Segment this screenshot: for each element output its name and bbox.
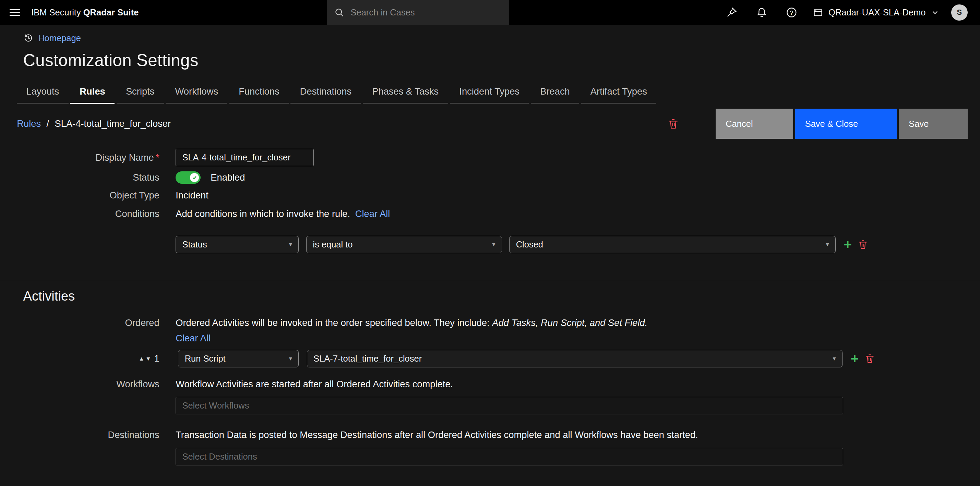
rule-breadcrumb: Rules / SLA-4-total_time_for_closer bbox=[17, 118, 171, 129]
reorder-control: ▲ ▼ 1 bbox=[0, 353, 159, 364]
workflows-row: Workflows Workflow Activities are starte… bbox=[0, 379, 980, 390]
activities-heading: Activities bbox=[23, 289, 980, 304]
delete-activity-button[interactable] bbox=[865, 354, 875, 364]
menu-button[interactable] bbox=[0, 0, 30, 25]
help-button[interactable]: ? bbox=[777, 0, 807, 25]
avatar[interactable]: S bbox=[951, 5, 967, 21]
display-name-input[interactable] bbox=[175, 149, 314, 166]
search-icon bbox=[334, 8, 344, 17]
chevron-down-icon: ▾ bbox=[492, 241, 495, 248]
tab-phases-tasks[interactable]: Phases & Tasks bbox=[363, 81, 448, 104]
app-title: IBM Security QRadar Suite bbox=[31, 8, 138, 17]
display-name-row: Display Name* bbox=[0, 149, 980, 166]
object-type-row: Object Type Incident bbox=[0, 190, 980, 201]
add-activity-button[interactable]: + bbox=[851, 353, 859, 365]
ordered-activity-row: ▲ ▼ 1 Run Script▾ SLA-7-total_time_for_c… bbox=[0, 350, 980, 367]
destinations-help: Transaction Data is posted to Message De… bbox=[175, 429, 698, 440]
chevron-down-icon: ▾ bbox=[289, 241, 292, 248]
tenant-selector[interactable]: QRadar-UAX-SLA-Demo bbox=[807, 0, 945, 25]
breadcrumb-separator: / bbox=[46, 118, 49, 129]
chevron-down-icon bbox=[931, 9, 939, 16]
avatar-initial: S bbox=[957, 8, 962, 17]
tab-functions[interactable]: Functions bbox=[229, 81, 289, 104]
pin-icon bbox=[726, 7, 737, 18]
search-input[interactable] bbox=[351, 8, 495, 17]
move-up-icon[interactable]: ▲ bbox=[138, 356, 144, 361]
delete-rule-button[interactable] bbox=[668, 118, 679, 130]
display-name-label: Display Name* bbox=[0, 152, 159, 163]
ordered-clear-all-link[interactable]: Clear All bbox=[175, 333, 210, 343]
cancel-button[interactable]: Cancel bbox=[716, 109, 793, 138]
required-asterisk: * bbox=[156, 152, 159, 163]
tab-rules[interactable]: Rules bbox=[70, 81, 115, 104]
chevron-down-icon: ▾ bbox=[833, 355, 836, 362]
tenant-name: QRadar-UAX-SLA-Demo bbox=[829, 8, 926, 17]
conditions-help: Add conditions in which to invoke the ru… bbox=[175, 208, 350, 219]
breadcrumb-homepage-link[interactable]: Homepage bbox=[38, 33, 81, 43]
select-destinations-input[interactable] bbox=[175, 448, 843, 465]
activity-script-dropdown[interactable]: SLA-7-total_time_for_closer▾ bbox=[307, 350, 843, 367]
rule-toolbar: Rules / SLA-4-total_time_for_closer Canc… bbox=[0, 109, 980, 138]
conditions-row: Conditions Add conditions in which to in… bbox=[0, 208, 980, 219]
destinations-label: Destinations bbox=[0, 429, 159, 440]
rules-link[interactable]: Rules bbox=[17, 118, 41, 129]
global-search[interactable] bbox=[327, 0, 509, 25]
status-row: Status Enabled bbox=[0, 172, 980, 184]
tab-scripts[interactable]: Scripts bbox=[116, 81, 164, 104]
add-condition-button[interactable]: + bbox=[844, 238, 852, 251]
object-type-label: Object Type bbox=[0, 190, 159, 201]
tab-breach[interactable]: Breach bbox=[531, 81, 579, 104]
status-value: Enabled bbox=[210, 172, 245, 183]
activity-index: 1 bbox=[154, 353, 159, 364]
ordered-help: Ordered Activities will be invoked in th… bbox=[175, 318, 648, 328]
brand-name: QRadar Suite bbox=[83, 8, 139, 17]
ordered-label: Ordered bbox=[0, 318, 159, 328]
workflows-help: Workflow Activities are started after al… bbox=[175, 379, 453, 390]
tab-workflows[interactable]: Workflows bbox=[165, 81, 228, 104]
section-divider bbox=[0, 281, 980, 281]
menu-icon bbox=[10, 7, 20, 18]
condition-operator-dropdown[interactable]: is equal to▾ bbox=[306, 236, 502, 253]
chevron-down-icon: ▾ bbox=[289, 355, 292, 362]
ordered-row: Ordered Ordered Activities will be invok… bbox=[0, 318, 980, 344]
tenant-icon bbox=[813, 8, 823, 17]
app-header: IBM Security QRadar Suite ? QR bbox=[0, 0, 980, 25]
condition-value-dropdown[interactable]: Closed▾ bbox=[509, 236, 835, 253]
status-toggle[interactable] bbox=[175, 172, 200, 184]
select-workflows-input[interactable] bbox=[175, 397, 843, 415]
condition-item-row: Status▾ is equal to▾ Closed▾ + bbox=[0, 236, 980, 253]
brand-prefix: IBM Security bbox=[31, 8, 81, 17]
status-label: Status bbox=[0, 172, 159, 183]
condition-field-dropdown[interactable]: Status▾ bbox=[175, 236, 299, 253]
page-title: Customization Settings bbox=[23, 50, 980, 70]
tab-layouts[interactable]: Layouts bbox=[17, 81, 68, 104]
toolbar-actions: Cancel Save & Close Save bbox=[668, 109, 968, 138]
tab-artifact-types[interactable]: Artifact Types bbox=[581, 81, 657, 104]
chevron-down-icon: ▾ bbox=[826, 241, 829, 248]
conditions-clear-all-link[interactable]: Clear All bbox=[355, 208, 390, 219]
svg-text:?: ? bbox=[790, 9, 794, 16]
delete-condition-button[interactable] bbox=[858, 240, 868, 249]
bell-icon bbox=[756, 7, 767, 18]
save-close-button[interactable]: Save & Close bbox=[795, 109, 897, 138]
pin-button[interactable] bbox=[717, 0, 746, 25]
destinations-select-row bbox=[0, 448, 980, 465]
history-icon bbox=[24, 33, 33, 43]
notifications-button[interactable] bbox=[746, 0, 776, 25]
workflows-select-row bbox=[0, 397, 980, 415]
activity-type-dropdown[interactable]: Run Script▾ bbox=[178, 350, 299, 367]
help-icon: ? bbox=[786, 7, 797, 18]
move-down-icon[interactable]: ▼ bbox=[145, 356, 151, 361]
header-actions: ? QRadar-UAX-SLA-Demo S bbox=[717, 0, 980, 25]
workflows-label: Workflows bbox=[0, 379, 159, 390]
breadcrumb: Homepage bbox=[24, 33, 980, 43]
tab-incident-types[interactable]: Incident Types bbox=[450, 81, 529, 104]
tab-destinations[interactable]: Destinations bbox=[290, 81, 361, 104]
settings-tabs: Layouts Rules Scripts Workflows Function… bbox=[17, 81, 980, 104]
object-type-value: Incident bbox=[175, 190, 208, 201]
rule-name: SLA-4-total_time_for_closer bbox=[54, 118, 171, 129]
destinations-row: Destinations Transaction Data is posted … bbox=[0, 429, 980, 440]
save-button[interactable]: Save bbox=[899, 109, 967, 138]
conditions-label: Conditions bbox=[0, 208, 159, 219]
toggle-knob bbox=[190, 173, 199, 182]
